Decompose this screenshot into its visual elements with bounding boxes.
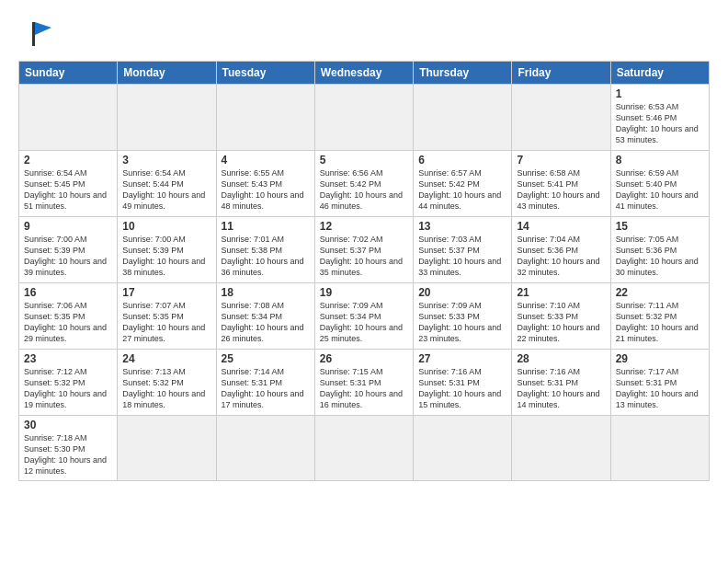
day-number: 15 <box>616 220 704 233</box>
calendar-cell: 1Sunrise: 6:53 AM Sunset: 5:46 PM Daylig… <box>610 85 709 151</box>
calendar-cell: 19Sunrise: 7:09 AM Sunset: 5:34 PM Dayli… <box>314 283 413 350</box>
day-info: Sunrise: 7:00 AM Sunset: 5:39 PM Dayligh… <box>24 234 112 279</box>
day-number: 1 <box>616 87 704 100</box>
day-number: 24 <box>122 352 210 365</box>
day-info: Sunrise: 7:13 AM Sunset: 5:32 PM Dayligh… <box>122 366 210 411</box>
calendar-cell <box>216 416 314 481</box>
calendar-cell: 5Sunrise: 6:56 AM Sunset: 5:42 PM Daylig… <box>314 151 413 217</box>
week-row-3: 9Sunrise: 7:00 AM Sunset: 5:39 PM Daylig… <box>19 217 710 283</box>
day-number: 13 <box>418 220 506 233</box>
calendar-cell: 15Sunrise: 7:05 AM Sunset: 5:36 PM Dayli… <box>610 217 709 283</box>
weekday-header-sunday: Sunday <box>19 62 118 85</box>
day-number: 16 <box>24 286 112 299</box>
calendar-cell: 24Sunrise: 7:13 AM Sunset: 5:32 PM Dayli… <box>118 350 216 416</box>
day-info: Sunrise: 7:14 AM Sunset: 5:31 PM Dayligh… <box>222 366 310 411</box>
calendar-body: 1Sunrise: 6:53 AM Sunset: 5:46 PM Daylig… <box>19 85 710 481</box>
calendar-cell: 10Sunrise: 7:00 AM Sunset: 5:39 PM Dayli… <box>118 217 216 283</box>
header <box>18 15 710 52</box>
svg-rect-1 <box>32 22 35 46</box>
week-row-4: 16Sunrise: 7:06 AM Sunset: 5:35 PM Dayli… <box>19 283 710 350</box>
calendar-cell <box>414 416 512 481</box>
day-info: Sunrise: 7:09 AM Sunset: 5:33 PM Dayligh… <box>418 300 506 345</box>
day-info: Sunrise: 7:07 AM Sunset: 5:35 PM Dayligh… <box>122 300 210 345</box>
day-number: 5 <box>320 154 408 167</box>
logo <box>18 15 55 52</box>
day-info: Sunrise: 7:12 AM Sunset: 5:32 PM Dayligh… <box>24 366 112 411</box>
calendar-cell <box>512 416 610 481</box>
calendar-cell: 2Sunrise: 6:54 AM Sunset: 5:45 PM Daylig… <box>19 151 118 217</box>
day-info: Sunrise: 7:04 AM Sunset: 5:36 PM Dayligh… <box>517 234 605 279</box>
day-number: 12 <box>320 220 408 233</box>
day-info: Sunrise: 6:54 AM Sunset: 5:45 PM Dayligh… <box>24 167 112 213</box>
calendar-page: SundayMondayTuesdayWednesdayThursdayFrid… <box>0 0 728 490</box>
calendar-cell: 28Sunrise: 7:16 AM Sunset: 5:31 PM Dayli… <box>512 350 610 416</box>
day-number: 3 <box>122 154 210 167</box>
day-number: 28 <box>517 352 605 365</box>
weekday-header-thursday: Thursday <box>414 62 512 85</box>
day-number: 26 <box>320 352 408 365</box>
calendar-cell: 22Sunrise: 7:11 AM Sunset: 5:32 PM Dayli… <box>610 283 709 350</box>
day-number: 11 <box>222 220 310 233</box>
weekday-header-friday: Friday <box>512 62 610 85</box>
week-row-5: 23Sunrise: 7:12 AM Sunset: 5:32 PM Dayli… <box>19 350 710 416</box>
svg-marker-0 <box>35 22 51 35</box>
calendar-cell: 14Sunrise: 7:04 AM Sunset: 5:36 PM Dayli… <box>512 217 610 283</box>
calendar-cell: 8Sunrise: 6:59 AM Sunset: 5:40 PM Daylig… <box>610 151 709 217</box>
day-info: Sunrise: 6:56 AM Sunset: 5:42 PM Dayligh… <box>320 167 408 213</box>
week-row-6: 30Sunrise: 7:18 AM Sunset: 5:30 PM Dayli… <box>19 416 710 481</box>
calendar-cell: 6Sunrise: 6:57 AM Sunset: 5:42 PM Daylig… <box>414 151 512 217</box>
logo-icon <box>18 15 55 52</box>
weekday-header-tuesday: Tuesday <box>216 62 314 85</box>
calendar-cell: 4Sunrise: 6:55 AM Sunset: 5:43 PM Daylig… <box>216 151 314 217</box>
day-info: Sunrise: 7:10 AM Sunset: 5:33 PM Dayligh… <box>517 300 605 345</box>
day-info: Sunrise: 7:00 AM Sunset: 5:39 PM Dayligh… <box>122 234 210 279</box>
calendar-cell <box>610 416 709 481</box>
weekday-header-wednesday: Wednesday <box>314 62 413 85</box>
weekday-header-saturday: Saturday <box>610 62 709 85</box>
day-number: 29 <box>616 352 704 365</box>
calendar-cell: 17Sunrise: 7:07 AM Sunset: 5:35 PM Dayli… <box>118 283 216 350</box>
day-info: Sunrise: 7:01 AM Sunset: 5:38 PM Dayligh… <box>222 234 310 279</box>
day-info: Sunrise: 6:53 AM Sunset: 5:46 PM Dayligh… <box>616 101 704 146</box>
day-number: 21 <box>517 286 605 299</box>
day-number: 4 <box>222 154 310 167</box>
day-info: Sunrise: 7:18 AM Sunset: 5:30 PM Dayligh… <box>24 432 112 477</box>
day-info: Sunrise: 7:09 AM Sunset: 5:34 PM Dayligh… <box>320 300 408 345</box>
calendar-cell <box>414 85 512 151</box>
calendar-cell: 12Sunrise: 7:02 AM Sunset: 5:37 PM Dayli… <box>314 217 413 283</box>
calendar-cell: 25Sunrise: 7:14 AM Sunset: 5:31 PM Dayli… <box>216 350 314 416</box>
day-info: Sunrise: 7:03 AM Sunset: 5:37 PM Dayligh… <box>418 234 506 279</box>
calendar-cell <box>314 85 413 151</box>
day-info: Sunrise: 6:54 AM Sunset: 5:44 PM Dayligh… <box>122 167 210 213</box>
day-info: Sunrise: 6:57 AM Sunset: 5:42 PM Dayligh… <box>418 167 506 213</box>
day-info: Sunrise: 7:15 AM Sunset: 5:31 PM Dayligh… <box>320 366 408 411</box>
day-number: 7 <box>517 154 605 167</box>
calendar-cell: 16Sunrise: 7:06 AM Sunset: 5:35 PM Dayli… <box>19 283 118 350</box>
day-number: 6 <box>418 154 506 167</box>
week-row-2: 2Sunrise: 6:54 AM Sunset: 5:45 PM Daylig… <box>19 151 710 217</box>
calendar-cell: 26Sunrise: 7:15 AM Sunset: 5:31 PM Dayli… <box>314 350 413 416</box>
day-number: 14 <box>517 220 605 233</box>
calendar-cell: 3Sunrise: 6:54 AM Sunset: 5:44 PM Daylig… <box>118 151 216 217</box>
day-info: Sunrise: 7:16 AM Sunset: 5:31 PM Dayligh… <box>517 366 605 411</box>
calendar-cell: 30Sunrise: 7:18 AM Sunset: 5:30 PM Dayli… <box>19 416 118 481</box>
day-number: 19 <box>320 286 408 299</box>
day-number: 22 <box>616 286 704 299</box>
week-row-1: 1Sunrise: 6:53 AM Sunset: 5:46 PM Daylig… <box>19 85 710 151</box>
day-number: 18 <box>222 286 310 299</box>
calendar-cell <box>216 85 314 151</box>
day-info: Sunrise: 7:05 AM Sunset: 5:36 PM Dayligh… <box>616 234 704 279</box>
weekday-header-row: SundayMondayTuesdayWednesdayThursdayFrid… <box>19 62 710 85</box>
calendar-cell: 29Sunrise: 7:17 AM Sunset: 5:31 PM Dayli… <box>610 350 709 416</box>
calendar-cell: 13Sunrise: 7:03 AM Sunset: 5:37 PM Dayli… <box>414 217 512 283</box>
weekday-header-monday: Monday <box>118 62 216 85</box>
calendar-cell <box>314 416 413 481</box>
day-info: Sunrise: 7:06 AM Sunset: 5:35 PM Dayligh… <box>24 300 112 345</box>
day-info: Sunrise: 7:17 AM Sunset: 5:31 PM Dayligh… <box>616 366 704 411</box>
calendar-cell <box>118 416 216 481</box>
calendar-cell: 21Sunrise: 7:10 AM Sunset: 5:33 PM Dayli… <box>512 283 610 350</box>
calendar-cell: 11Sunrise: 7:01 AM Sunset: 5:38 PM Dayli… <box>216 217 314 283</box>
calendar-cell: 9Sunrise: 7:00 AM Sunset: 5:39 PM Daylig… <box>19 217 118 283</box>
day-info: Sunrise: 7:11 AM Sunset: 5:32 PM Dayligh… <box>616 300 704 345</box>
day-number: 30 <box>24 419 112 431</box>
